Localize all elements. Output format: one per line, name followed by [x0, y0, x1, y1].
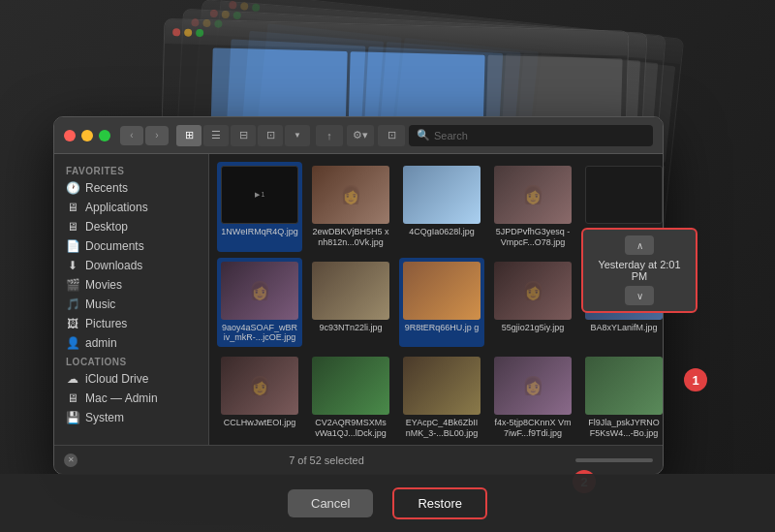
file-item[interactable]: 9R8tERq66HU.jp g: [399, 258, 484, 348]
timestamp-panel: ∧ Yesterday at 2:01 PM ∨: [581, 228, 698, 313]
file-thumbnail: [403, 262, 480, 320]
view-buttons: ⊞ ☰ ⊟ ⊡ ▼: [176, 125, 310, 146]
file-item[interactable]: 👩 9aoy4aSOAF_wBR iv_mkR-...jcOE.jpg: [217, 258, 302, 348]
share-button[interactable]: ↑: [316, 125, 343, 146]
annotation-1: 1: [684, 368, 707, 391]
restore-button[interactable]: Restore: [392, 487, 487, 519]
file-name: BA8xYLanifM.jpg: [590, 323, 657, 333]
applications-icon: 🖥: [66, 201, 79, 214]
file-thumbnail: [403, 357, 480, 415]
icon-view-button[interactable]: ⊞: [176, 125, 202, 146]
downloads-icon: ⬇: [66, 259, 79, 272]
file-name: 55gjio21g5iy.jpg: [502, 323, 564, 333]
file-name: CV2AQR9MSXMs vWa1QJ...lDck.jpg: [312, 418, 389, 439]
sidebar-item-mac-admin[interactable]: 🖥 Mac — Admin: [54, 389, 208, 408]
sidebar-item-icloud[interactable]: ☁ iCloud Drive: [54, 369, 208, 389]
file-item[interactable]: 9c93NTn22li.jpg: [308, 258, 393, 348]
sidebar-item-system[interactable]: 💾 System: [54, 408, 208, 427]
sidebar-item-applications[interactable]: 🖥 Applications: [54, 198, 208, 217]
close-button[interactable]: [64, 130, 76, 141]
file-item[interactable]: 👩 f4x-5tjp8CKnnX Vm7iwF...f9Tdi.jpg: [490, 353, 575, 443]
file-thumbnail: [312, 357, 389, 415]
file-thumbnail: 👩: [221, 262, 298, 320]
file-thumbnail: [585, 166, 663, 224]
favorites-label: Favorites: [54, 162, 208, 178]
sidebar-label-icloud: iCloud Drive: [85, 372, 148, 386]
sidebar: Favorites 🕐 Recents 🖥 Applications 🖥 Des…: [54, 154, 209, 445]
file-name: CCLHwJwtEOI.jpg: [224, 418, 296, 428]
sidebar-label-mac-admin: Mac — Admin: [85, 391, 158, 405]
file-name: Fl9Jla_pskJYRNO F5KsW4...-Bo.jpg: [585, 418, 663, 439]
window-body: Favorites 🕐 Recents 🖥 Applications 🖥 Des…: [54, 154, 663, 445]
icloud-icon: ☁: [66, 372, 79, 386]
file-thumbnail: ▶ 1: [221, 166, 298, 224]
list-view-button[interactable]: ☰: [203, 125, 229, 146]
sidebar-item-recents[interactable]: 🕐 Recents: [54, 178, 208, 198]
sidebar-label-desktop: Desktop: [85, 220, 128, 234]
file-thumbnail: 👩: [221, 357, 298, 415]
sidebar-label-documents: Documents: [85, 239, 144, 253]
sidebar-item-downloads[interactable]: ⬇ Downloads: [54, 256, 208, 275]
sidebar-label-admin: admin: [85, 336, 117, 350]
maximize-button[interactable]: [99, 130, 110, 141]
sidebar-item-pictures[interactable]: 🖼 Pictures: [54, 314, 208, 333]
file-item[interactable]: ▶ 1 1NWeIRMqR4Q.jpg: [217, 162, 302, 252]
back-button[interactable]: ‹: [120, 126, 143, 145]
file-name: 9R8tERq66HU.jp g: [405, 323, 480, 333]
cancel-button[interactable]: Cancel: [288, 489, 373, 517]
forward-button[interactable]: ›: [145, 126, 169, 145]
sidebar-item-desktop[interactable]: 🖥 Desktop: [54, 217, 208, 236]
app-window: { "stacked_windows": [ {"label": "Images…: [0, 0, 775, 532]
file-name: EYAcpC_4Bk6ZbII nMK_3-...BL00.jpg: [403, 418, 480, 439]
file-item[interactable]: 👩 CCLHwJwtEOI.jpg: [217, 353, 302, 443]
sidebar-label-recents: Recents: [85, 181, 128, 195]
settings-button[interactable]: ⚙▾: [347, 125, 374, 146]
search-bar[interactable]: 🔍 Search: [409, 125, 653, 146]
file-name: 4CQgIa0628l.jpg: [409, 227, 475, 237]
music-icon: 🎵: [66, 297, 79, 311]
title-bar: ‹ › ⊞ ☰ ⊟ ⊡ ▼ ↑ ⚙▾ ⊡ 🔍 Search: [54, 117, 663, 154]
sidebar-item-movies[interactable]: 🎬 Movies: [54, 275, 208, 295]
file-item[interactable]: 👩 2ewDBKVjBH5H5 xnh812n...0Vk.jpg: [308, 162, 393, 252]
view-options-button[interactable]: ▼: [285, 125, 310, 146]
file-item[interactable]: 👩 5JPDPvfhG3yesq -VmpcF...O78.jpg: [490, 162, 575, 252]
sidebar-label-system: System: [85, 411, 124, 424]
size-slider[interactable]: [575, 458, 653, 462]
minimize-button[interactable]: [81, 130, 93, 141]
status-text: 7 of 52 selected: [289, 454, 364, 466]
file-thumbnail: 👩: [494, 357, 572, 415]
file-thumbnail: [403, 166, 480, 224]
file-item[interactable]: 👩 55gjio21g5iy.jpg: [490, 258, 575, 348]
sidebar-label-downloads: Downloads: [85, 259, 142, 272]
sidebar-item-music[interactable]: 🎵 Music: [54, 295, 208, 314]
sidebar-label-applications: Applications: [85, 201, 148, 214]
sidebar-label-pictures: Pictures: [85, 317, 127, 330]
mac-admin-icon: 🖥: [66, 391, 79, 405]
traffic-lights: [64, 130, 110, 141]
sidebar-item-documents[interactable]: 📄 Documents: [54, 236, 208, 256]
file-name: 1NWeIRMqR4Q.jpg: [221, 227, 297, 237]
file-thumbnail: 👩: [312, 166, 389, 224]
admin-icon: 👤: [66, 336, 79, 350]
file-item[interactable]: 4CQgIa0628l.jpg: [399, 162, 484, 252]
file-item[interactable]: Fl9Jla_pskJYRNO F5KsW4...-Bo.jpg: [581, 353, 663, 443]
sidebar-label-movies: Movies: [85, 278, 122, 292]
action-button[interactable]: ⊡: [378, 125, 405, 146]
recents-icon: 🕐: [66, 181, 79, 195]
movies-icon: 🎬: [66, 278, 79, 292]
sidebar-label-music: Music: [85, 297, 115, 311]
bottom-bar: Cancel Restore: [0, 474, 775, 532]
sidebar-item-admin[interactable]: 👤 admin: [54, 333, 208, 353]
cover-flow-button[interactable]: ⊡: [258, 125, 283, 146]
main-window: ‹ › ⊞ ☰ ⊟ ⊡ ▼ ↑ ⚙▾ ⊡ 🔍 Search Favorites …: [53, 116, 664, 475]
file-item[interactable]: EYAcpC_4Bk6ZbII nMK_3-...BL00.jpg: [399, 353, 484, 443]
search-icon: 🔍: [417, 129, 430, 141]
status-close-button[interactable]: ✕: [64, 454, 78, 467]
column-view-button[interactable]: ⊟: [231, 125, 256, 146]
file-thumbnail: [312, 262, 389, 320]
timestamp-up-button[interactable]: ∧: [625, 235, 654, 255]
file-item[interactable]: CV2AQR9MSXMs vWa1QJ...lDck.jpg: [308, 353, 393, 443]
file-name: f4x-5tjp8CKnnX Vm7iwF...f9Tdi.jpg: [494, 418, 572, 439]
timestamp-down-button[interactable]: ∨: [625, 286, 654, 305]
file-thumbnail: 👩: [494, 262, 572, 320]
